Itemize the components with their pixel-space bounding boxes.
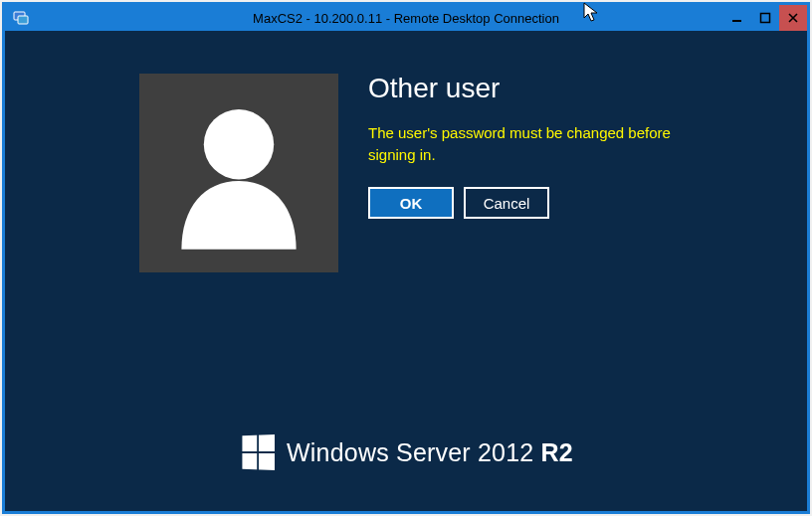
rdc-app-icon	[11, 8, 31, 28]
cancel-button[interactable]: Cancel	[464, 187, 549, 219]
logon-right-pane: Other user The user's password must be c…	[368, 74, 707, 272]
titlebar[interactable]: MaxCS2 - 10.200.0.11 - Remote Desktop Co…	[5, 5, 807, 31]
ok-button[interactable]: OK	[368, 187, 454, 219]
svg-rect-3	[761, 14, 770, 23]
user-heading: Other user	[368, 74, 707, 104]
logon-content: Other user The user's password must be c…	[139, 74, 707, 272]
windows-logo-icon	[242, 434, 275, 470]
user-avatar	[139, 74, 338, 272]
client-area: Other user The user's password must be c…	[5, 31, 807, 511]
logon-screen: Other user The user's password must be c…	[10, 36, 802, 506]
svg-rect-2	[732, 20, 741, 22]
status-message: The user's password must be changed befo…	[368, 122, 707, 166]
maximize-button[interactable]	[751, 5, 779, 31]
dialog-buttons: OK Cancel	[368, 187, 707, 219]
minimize-button[interactable]	[723, 5, 751, 31]
os-branding: Windows Server 2012 R2	[10, 434, 802, 470]
window-title: MaxCS2 - 10.200.0.11 - Remote Desktop Co…	[5, 11, 807, 26]
rdc-window: MaxCS2 - 10.200.0.11 - Remote Desktop Co…	[2, 2, 810, 514]
os-name: Windows Server 2012 R2	[287, 438, 573, 467]
close-button[interactable]	[779, 5, 807, 31]
titlebar-controls	[723, 5, 807, 31]
svg-point-4	[204, 109, 274, 179]
svg-rect-1	[18, 16, 28, 24]
